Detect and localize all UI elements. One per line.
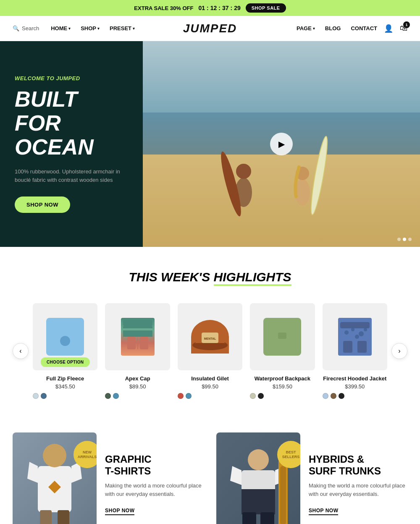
play-button[interactable]: ▶ — [270, 133, 293, 155]
product-card: Firecrest Hooded Jacket $399.50 — [323, 303, 387, 399]
hero-image: ▶ — [143, 41, 420, 247]
product-image-tshirt — [46, 318, 84, 356]
swatch[interactable] — [113, 393, 119, 399]
product-price: $159.50 — [250, 383, 315, 390]
category-image-tshirts: NEWARRIVALS — [13, 432, 97, 524]
cart-icon[interactable]: 🛍 1 — [400, 24, 407, 33]
chevron-down-icon: ▾ — [313, 26, 315, 31]
product-card: Apex Cap $89.50 — [105, 303, 170, 399]
nav-home[interactable]: HOME ▾ — [51, 25, 71, 31]
svg-rect-36 — [40, 510, 52, 524]
swatch[interactable] — [331, 393, 336, 399]
highlights-title-underline: HIGHLIGHTS — [214, 270, 291, 284]
svg-marker-42 — [230, 466, 242, 485]
hero-section: WELCOME TO JUMPED BUILT FOROCEAN 100% ru… — [0, 41, 420, 247]
color-swatches — [33, 393, 97, 399]
svg-rect-44 — [242, 470, 275, 491]
site-logo[interactable]: JUMPED — [183, 22, 237, 35]
green-tshirt-svg — [263, 318, 301, 356]
tshirts-shop-now-button[interactable]: SHOP NOW — [105, 508, 134, 515]
carousel-prev-button[interactable]: ‹ — [13, 343, 29, 359]
svg-point-1 — [236, 164, 251, 179]
swatch[interactable] — [178, 393, 184, 399]
countdown-timer: 01 : 12 : 37 : 29 — [198, 5, 240, 11]
product-name: Full Zip Fleece — [33, 375, 97, 382]
carousel-next-button[interactable]: › — [391, 343, 407, 359]
search-icon: 🔍 — [13, 25, 19, 31]
svg-point-27 — [351, 328, 354, 331]
shop-sale-button[interactable]: SHOP SALE — [246, 3, 286, 13]
nav-shop[interactable]: SHOP ▾ — [81, 25, 100, 31]
top-banner: EXTRA SALE 30% OFF 01 : 12 : 37 : 29 SHO… — [0, 0, 420, 16]
account-icon[interactable]: 👤 — [384, 24, 393, 33]
slide-dot[interactable] — [397, 238, 401, 241]
svg-rect-24 — [343, 341, 352, 353]
nav-shop-label: SHOP — [81, 25, 96, 31]
svg-rect-46 — [242, 512, 256, 524]
svg-point-32 — [43, 444, 66, 467]
swatch[interactable] — [258, 393, 264, 399]
svg-marker-33 — [27, 462, 38, 483]
svg-rect-12 — [140, 337, 148, 349]
highlights-section: THIS WEEK'S HIGHLIGHTS ‹ CHOOSE OPTION F — [0, 247, 420, 420]
nav-page[interactable]: PAGE ▾ — [297, 25, 315, 31]
sale-text: EXTRA SALE 30% OFF — [134, 5, 193, 11]
svg-rect-9 — [123, 320, 152, 326]
swatch[interactable] — [105, 393, 111, 399]
swatch[interactable] — [250, 393, 256, 399]
nav-preset[interactable]: PRESET ▾ — [110, 25, 135, 31]
svg-point-8 — [60, 336, 70, 346]
svg-rect-11 — [127, 337, 136, 349]
category-image-trunks: BESTSELLERS — [216, 432, 300, 524]
tshirt-svg — [46, 318, 84, 356]
svg-rect-25 — [357, 341, 367, 353]
product-name: Insulated Gilet — [178, 375, 242, 382]
timer-ms: 29 — [234, 5, 241, 11]
svg-rect-21 — [278, 333, 286, 339]
hero-shop-now-button[interactable]: SHOP NOW — [15, 196, 70, 213]
chevron-down-icon: ▾ — [133, 26, 135, 31]
category-content-trunks: HYBRIDS &SURF TRUNKS Making the world a … — [309, 432, 407, 515]
swatch[interactable] — [186, 393, 192, 399]
product-card: MENTAL Insulated Gilet $99.50 — [178, 303, 242, 399]
swatch[interactable] — [339, 393, 344, 399]
timer-min: 12 — [210, 5, 217, 11]
product-image-hat: MENTAL — [191, 320, 229, 354]
search-trigger[interactable]: 🔍 Search — [13, 25, 39, 31]
product-image-swim-shorts — [338, 318, 372, 356]
category-content-tshirts: GRAPHICT-SHIRTS Making the world a more … — [105, 432, 204, 515]
product-image-wrap — [250, 303, 315, 370]
choose-option-button[interactable]: CHOOSE OPTION — [41, 357, 89, 367]
product-card: Waterproof Backpack $159.50 — [250, 303, 315, 399]
slide-dot[interactable] — [408, 238, 412, 241]
swatch[interactable] — [33, 393, 39, 399]
slider-dots — [397, 238, 412, 241]
color-swatches — [250, 393, 315, 399]
trunks-shop-now-button[interactable]: SHOP NOW — [309, 508, 338, 515]
category-section: NEWARRIVALS GRAPHICT-SHIRTS Making the w… — [0, 420, 420, 524]
swatch[interactable] — [323, 393, 328, 399]
nav-contact[interactable]: CONTACT — [351, 25, 377, 31]
product-price: $99.50 — [178, 383, 242, 390]
svg-rect-16 — [194, 343, 226, 347]
products-list: CHOOSE OPTION Full Zip Fleece $345.50 — [29, 299, 391, 403]
timer-sep2: : — [218, 5, 220, 11]
svg-point-5 — [308, 136, 331, 216]
hero-subtitle: WELCOME TO JUMPED — [15, 75, 128, 81]
product-card: CHOOSE OPTION Full Zip Fleece $345.50 — [33, 303, 97, 399]
product-image-green-tshirt — [263, 318, 301, 356]
slide-dot-active[interactable] — [403, 238, 406, 241]
products-carousel: ‹ CHOOSE OPTION Full Zip Fleece $345.50 — [13, 299, 407, 403]
nav-home-label: HOME — [51, 25, 67, 31]
product-image-wrap — [323, 303, 387, 370]
product-image-shorts — [121, 318, 155, 356]
product-price: $345.50 — [33, 383, 97, 390]
hero-left-panel: WELCOME TO JUMPED BUILT FOROCEAN 100% ru… — [0, 41, 143, 247]
product-image-wrap: MENTAL — [178, 303, 242, 370]
swatch[interactable] — [41, 393, 47, 399]
svg-point-30 — [355, 335, 359, 339]
timer-sep3: : — [231, 5, 233, 11]
svg-point-41 — [248, 449, 269, 470]
svg-rect-22 — [340, 322, 370, 328]
nav-blog[interactable]: BLOG — [325, 25, 341, 31]
